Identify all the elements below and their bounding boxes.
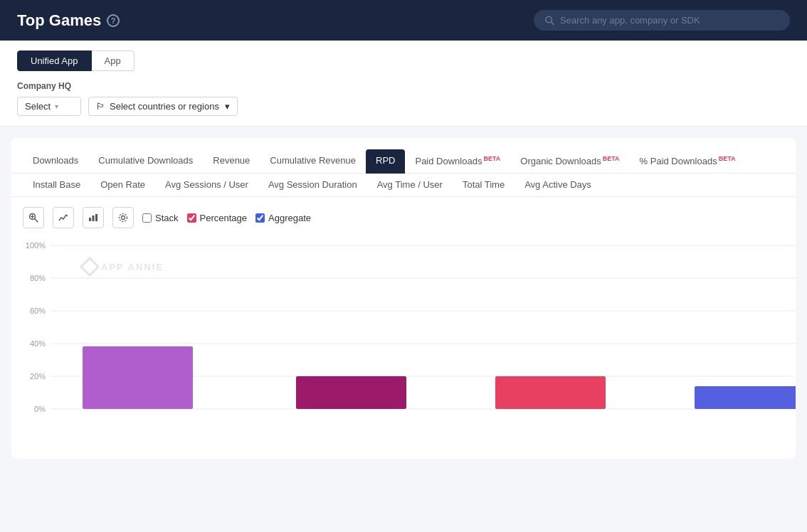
tab-rpd[interactable]: RPD	[366, 149, 405, 174]
watermark-text: APP ANNIE	[101, 262, 164, 272]
title-text: Top Games	[17, 11, 101, 30]
svg-text:80%: 80%	[30, 274, 46, 282]
metric-tabs-row1: Downloads Cumulative Downloads Revenue C…	[11, 138, 796, 174]
bar-candy-crush-saga	[296, 376, 406, 409]
search-bar[interactable]	[534, 10, 790, 31]
chart-controls: Stack Percentage Aggregate	[11, 197, 796, 238]
svg-text:20%: 20%	[30, 372, 46, 381]
svg-text:40%: 40%	[30, 339, 46, 348]
watermark: APP ANNIE	[83, 260, 164, 274]
tab-revenue[interactable]: Revenue	[203, 149, 260, 174]
search-icon	[545, 16, 554, 26]
settings-icon[interactable]	[112, 207, 134, 228]
svg-line-1	[551, 21, 554, 24]
svg-text:100%: 100%	[26, 241, 46, 250]
svg-text:0%: 0%	[34, 405, 46, 413]
page-title: Top Games ?	[17, 11, 120, 30]
search-input[interactable]	[560, 15, 779, 26]
chart-container: Downloads Cumulative Downloads Revenue C…	[11, 138, 796, 459]
svg-text:60%: 60%	[30, 307, 46, 315]
metric-tabs-row2: Install Base Open Rate Avg Sessions / Us…	[11, 174, 796, 197]
select-label: Select	[25, 101, 51, 112]
tab-avg-session-duration[interactable]: Avg Session Duration	[258, 174, 367, 197]
app-type-tabs: Unified App App	[17, 50, 790, 71]
percentage-checkbox-label[interactable]: Percentage	[187, 213, 248, 223]
tab-install-base[interactable]: Install Base	[23, 174, 90, 197]
stack-label: Stack	[155, 213, 179, 223]
zoom-icon[interactable]	[23, 207, 44, 228]
main-content: Downloads Cumulative Downloads Revenue C…	[0, 127, 807, 470]
svg-rect-7	[93, 216, 95, 221]
svg-point-9	[122, 216, 125, 220]
tab-cumulative-downloads[interactable]: Cumulative Downloads	[88, 149, 203, 174]
svg-rect-8	[95, 214, 97, 221]
tab-unified-app[interactable]: Unified App	[17, 50, 92, 71]
aggregate-checkbox-label[interactable]: Aggregate	[255, 213, 311, 223]
country-placeholder: Select countries or regions	[110, 101, 219, 112]
bar-toon-blast	[83, 346, 193, 409]
stack-checkbox-label[interactable]: Stack	[142, 213, 179, 223]
line-chart-icon[interactable]	[53, 207, 74, 228]
bar-chart-icon[interactable]	[83, 207, 104, 228]
filters-row: Select ▾ 🏳 Select countries or regions ▾	[17, 97, 790, 126]
country-filter[interactable]: 🏳 Select countries or regions ▾	[88, 97, 238, 116]
aggregate-label: Aggregate	[268, 213, 311, 223]
percentage-label: Percentage	[200, 213, 248, 223]
tab-downloads[interactable]: Downloads	[23, 149, 88, 174]
stack-checkbox[interactable]	[142, 213, 152, 223]
tab-app[interactable]: App	[92, 50, 134, 71]
tab-paid-downloads[interactable]: Paid DownloadsBETA	[405, 149, 510, 174]
tab-open-rate[interactable]: Open Rate	[90, 174, 155, 197]
aggregate-checkbox[interactable]	[255, 213, 265, 223]
tab-avg-active-days[interactable]: Avg Active Days	[515, 174, 601, 197]
info-icon[interactable]: ?	[107, 14, 120, 27]
chevron-down-icon: ▾	[225, 101, 230, 112]
company-hq-label: Company HQ	[17, 81, 790, 91]
tab-cumulative-revenue[interactable]: Cumulative Revenue	[260, 149, 366, 174]
tab-pct-paid-downloads[interactable]: % Paid DownloadsBETA	[630, 149, 746, 174]
bar-candy-crush-soda	[495, 376, 606, 409]
chevron-down-icon: ▾	[55, 102, 58, 110]
svg-rect-6	[89, 218, 91, 221]
flag-icon: 🏳	[96, 101, 105, 112]
chart-area: APP ANNIE 100% 80% 60% 40% 20% 0%	[11, 238, 796, 459]
select-filter[interactable]: Select ▾	[17, 97, 81, 116]
tab-avg-sessions[interactable]: Avg Sessions / User	[155, 174, 258, 197]
svg-point-10	[120, 214, 127, 222]
tab-organic-downloads[interactable]: Organic DownloadsBETA	[510, 149, 629, 174]
tab-total-time[interactable]: Total Time	[453, 174, 515, 197]
tabs-area: Unified App App Company HQ Select ▾ 🏳 Se…	[0, 41, 807, 127]
bar-match-masters	[695, 386, 796, 409]
svg-line-3	[35, 219, 38, 222]
tab-avg-time-user[interactable]: Avg Time / User	[367, 174, 453, 197]
percentage-checkbox[interactable]	[187, 213, 196, 223]
header: Top Games ?	[0, 0, 807, 41]
